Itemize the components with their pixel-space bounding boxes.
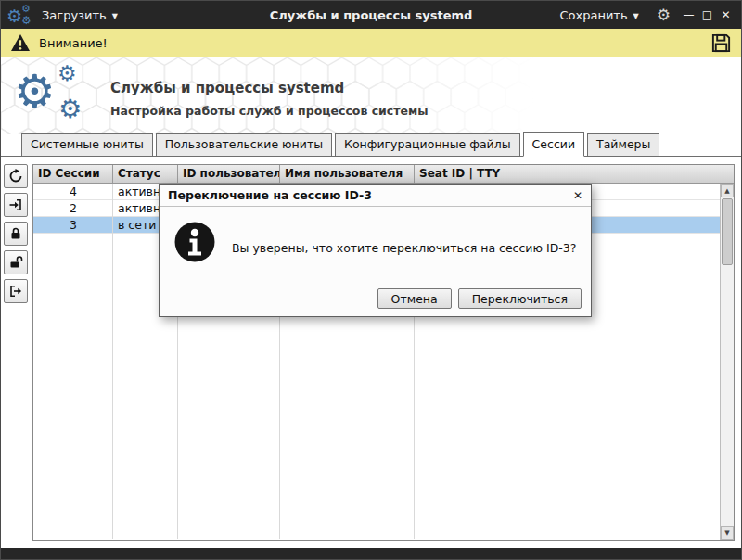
confirm-switch-button[interactable]: Переключиться [458,288,582,309]
logout-icon [8,284,23,299]
scrollbar-thumb[interactable] [722,198,733,265]
scroll-up-icon[interactable]: ▲ [721,184,734,197]
minimize-button[interactable]: — [681,7,697,22]
gear-icon: ⚙ [58,96,82,122]
column-divider [112,184,113,539]
column-header-session-id[interactable]: ID Сессии [33,165,113,183]
status-footer [1,548,741,559]
refresh-icon [8,169,23,184]
settings-gear-icon[interactable]: ⚙ [657,7,671,23]
load-menu-label: Загрузить [42,8,107,22]
chevron-down-icon: ▼ [633,12,639,20]
terminate-session-button[interactable] [4,279,28,303]
tab-timers[interactable]: Таймеры [587,133,659,157]
switch-session-dialog: Переключение на сессию ID-3 ✕ Вы уверены… [159,184,592,317]
warning-triangle-icon [10,33,31,52]
unlock-icon [8,255,23,270]
app-gears-icon: ⚙ ⚙ ⚙ [6,3,34,27]
cell-session-id: 4 [33,185,113,198]
page-subtitle: Настройка работы служб и процессов систе… [110,104,428,118]
chevron-down-icon: ▼ [112,12,118,20]
titlebar-right-cluster: Сохранить ▼ ⚙ — □ ✕ [552,4,741,27]
refresh-button[interactable] [4,164,28,188]
window-title: Службы и процессы systemd [270,8,473,22]
column-header-status[interactable]: Статус [113,165,178,183]
side-toolbar [4,164,30,308]
page-title: Службы и процессы systemd [110,80,344,96]
save-menu-label: Сохранить [559,8,627,22]
floppy-disk-icon [710,32,732,54]
save-menu-button[interactable]: Сохранить ▼ [552,4,646,27]
dialog-close-icon[interactable]: ✕ [573,189,582,202]
app-window: ⚙ ⚙ ⚙ Загрузить ▼ Службы и процессы syst… [0,0,742,560]
column-header-seat-tty[interactable]: Seat ID | TTY [415,165,734,183]
session-table-header: ID Сессии Статус ID пользователя Имя пол… [33,165,734,184]
dialog-title: Переключение на сессию ID-3 [168,188,372,202]
tab-system-units[interactable]: Системные юниты [21,133,153,157]
scroll-down-icon[interactable]: ▼ [721,526,734,540]
switch-session-button[interactable] [4,193,28,217]
load-menu-button[interactable]: Загрузить ▼ [34,4,125,27]
vertical-scrollbar[interactable]: ▲ ▼ [720,184,734,540]
titlebar: ⚙ ⚙ ⚙ Загрузить ▼ Службы и процессы syst… [1,1,741,29]
gear-icon: ⚙ [58,63,77,84]
lock-icon [8,226,23,241]
tab-bar: Системные юниты Пользовательские юниты К… [1,134,741,157]
cancel-button[interactable]: Отмена [377,288,452,309]
column-header-user-name[interactable]: Имя пользователя [280,165,415,183]
app-header: ⚙ ⚙ ⚙ Службы и процессы systemd Настройк… [1,57,741,134]
unlock-session-button[interactable] [4,250,28,274]
window-controls: — □ ✕ [681,7,734,22]
cell-session-id: 3 [33,218,113,232]
app-logo-gears-icon: ⚙ ⚙ ⚙ [14,57,102,132]
dialog-message: Вы уверены, что хотите переключиться на … [232,241,576,255]
close-button[interactable]: ✕ [718,7,734,22]
lock-session-button[interactable] [4,222,28,246]
maximize-button[interactable]: □ [699,7,715,22]
tab-user-units[interactable]: Пользовательские юниты [156,133,332,157]
cell-session-id: 2 [33,201,113,215]
tab-config-files[interactable]: Конфигурационные файлы [335,133,520,157]
warning-bar: Внимание! [1,29,741,57]
gear-icon: ⚙ [6,7,22,25]
gear-icon: ⚙ [21,15,32,26]
save-file-button[interactable] [710,32,732,54]
warning-label: Внимание! [39,36,108,50]
gear-icon: ⚙ [14,69,56,115]
dialog-body: Вы уверены, что хотите переключиться на … [160,207,591,317]
column-header-user-id[interactable]: ID пользователя [178,165,280,183]
gear-icon: ⚙ [21,4,31,14]
dialog-titlebar: Переключение на сессию ID-3 ✕ [160,185,591,207]
enter-session-icon [8,197,23,212]
tab-sessions[interactable]: Сессии [523,132,584,157]
info-icon [173,221,216,263]
dialog-buttons: Отмена Переключиться [377,288,582,309]
